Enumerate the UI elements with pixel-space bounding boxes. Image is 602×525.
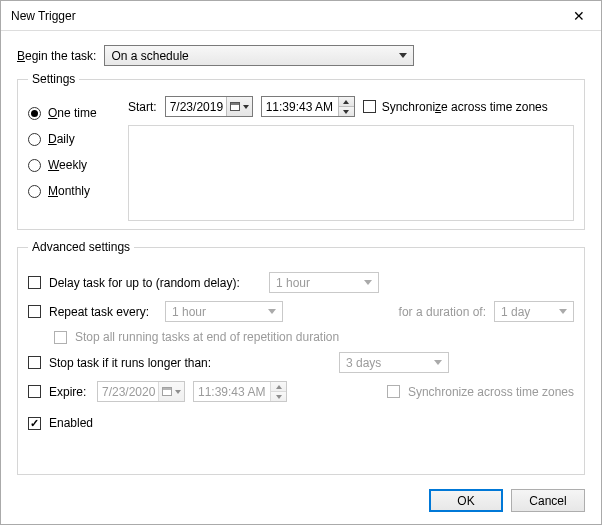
calendar-icon bbox=[162, 387, 172, 396]
stop-longer-label: Stop task if it runs longer than: bbox=[49, 356, 331, 370]
start-time-value: 11:39:43 AM bbox=[266, 100, 333, 114]
titlebar: New Trigger ✕ bbox=[1, 1, 601, 31]
start-date-value: 7/23/2019 bbox=[170, 100, 223, 114]
start-label: Start: bbox=[128, 100, 157, 114]
expire-time-field[interactable]: 11:39:43 AM bbox=[193, 381, 287, 402]
stop-end-checkbox bbox=[54, 331, 67, 344]
expire-sync-label: Synchronize across time zones bbox=[408, 385, 574, 399]
schedule-extra-panel bbox=[128, 125, 574, 221]
radio-one-time-label: One time bbox=[48, 106, 97, 120]
radio-weekly[interactable]: Weekly bbox=[28, 158, 114, 172]
stop-longer-combo[interactable]: 3 days bbox=[339, 352, 449, 373]
start-time-field[interactable]: 11:39:43 AM bbox=[261, 96, 355, 117]
start-date-field[interactable]: 7/23/2019 bbox=[165, 96, 253, 117]
chevron-down-icon bbox=[276, 395, 282, 399]
radio-icon bbox=[28, 107, 41, 120]
advanced-group: Advanced settings Delay task for up to (… bbox=[17, 240, 585, 475]
sync-timezones-checkbox[interactable] bbox=[363, 100, 376, 113]
chevron-down-icon bbox=[268, 309, 276, 314]
repeat-checkbox[interactable] bbox=[28, 305, 41, 318]
repeat-combo[interactable]: 1 hour bbox=[165, 301, 283, 322]
spin-down[interactable] bbox=[339, 106, 354, 116]
repeat-value: 1 hour bbox=[172, 305, 206, 319]
cancel-button[interactable]: Cancel bbox=[511, 489, 585, 512]
begin-task-select[interactable]: On a schedule bbox=[104, 45, 414, 66]
window-title: New Trigger bbox=[11, 9, 76, 23]
radio-monthly-label: Monthly bbox=[48, 184, 90, 198]
sync-timezones-label: Synchronize across time zones bbox=[382, 100, 548, 114]
time-spinner[interactable] bbox=[270, 382, 286, 401]
advanced-legend: Advanced settings bbox=[28, 240, 134, 254]
delay-combo[interactable]: 1 hour bbox=[269, 272, 379, 293]
enabled-label: Enabled bbox=[49, 416, 93, 430]
close-icon: ✕ bbox=[573, 8, 585, 24]
delay-label: Delay task for up to (random delay): bbox=[49, 276, 261, 290]
repeat-label: Repeat task every: bbox=[49, 305, 157, 319]
chevron-down-icon bbox=[434, 360, 442, 365]
radio-monthly[interactable]: Monthly bbox=[28, 184, 114, 198]
delay-value: 1 hour bbox=[276, 276, 310, 290]
radio-weekly-label: Weekly bbox=[48, 158, 87, 172]
spin-up[interactable] bbox=[339, 97, 354, 106]
expire-date-value: 7/23/2020 bbox=[102, 385, 155, 399]
radio-icon bbox=[28, 159, 41, 172]
close-button[interactable]: ✕ bbox=[556, 1, 601, 30]
enabled-checkbox[interactable] bbox=[28, 417, 41, 430]
calendar-icon bbox=[230, 102, 240, 111]
settings-group: Settings One time Daily Weekly Monthly bbox=[17, 72, 585, 230]
chevron-up-icon bbox=[343, 100, 349, 104]
radio-daily-label: Daily bbox=[48, 132, 75, 146]
chevron-up-icon bbox=[276, 385, 282, 389]
chevron-down-icon bbox=[175, 390, 181, 394]
spin-up[interactable] bbox=[271, 382, 286, 391]
spin-down[interactable] bbox=[271, 391, 286, 401]
date-picker-button[interactable] bbox=[158, 382, 184, 401]
stop-longer-value: 3 days bbox=[346, 356, 381, 370]
chevron-down-icon bbox=[559, 309, 567, 314]
ok-button[interactable]: OK bbox=[429, 489, 503, 512]
stop-longer-checkbox[interactable] bbox=[28, 356, 41, 369]
duration-label: for a duration of: bbox=[399, 305, 486, 319]
radio-icon bbox=[28, 133, 41, 146]
duration-value: 1 day bbox=[501, 305, 530, 319]
chevron-down-icon bbox=[364, 280, 372, 285]
begin-task-value: On a schedule bbox=[111, 49, 188, 63]
chevron-down-icon bbox=[243, 105, 249, 109]
radio-daily[interactable]: Daily bbox=[28, 132, 114, 146]
begin-task-label: Begin the task: bbox=[17, 49, 96, 63]
expire-date-field[interactable]: 7/23/2020 bbox=[97, 381, 185, 402]
expire-time-value: 11:39:43 AM bbox=[198, 385, 265, 399]
radio-one-time[interactable]: One time bbox=[28, 106, 114, 120]
date-picker-button[interactable] bbox=[226, 97, 252, 116]
time-spinner[interactable] bbox=[338, 97, 354, 116]
radio-icon bbox=[28, 185, 41, 198]
delay-checkbox[interactable] bbox=[28, 276, 41, 289]
duration-combo[interactable]: 1 day bbox=[494, 301, 574, 322]
expire-sync-checkbox bbox=[387, 385, 400, 398]
expire-label: Expire: bbox=[49, 385, 89, 399]
stop-end-label: Stop all running tasks at end of repetit… bbox=[75, 330, 339, 344]
frequency-column: One time Daily Weekly Monthly bbox=[28, 96, 114, 221]
expire-checkbox[interactable] bbox=[28, 385, 41, 398]
chevron-down-icon bbox=[343, 110, 349, 114]
chevron-down-icon bbox=[399, 53, 407, 58]
settings-legend: Settings bbox=[28, 72, 79, 86]
